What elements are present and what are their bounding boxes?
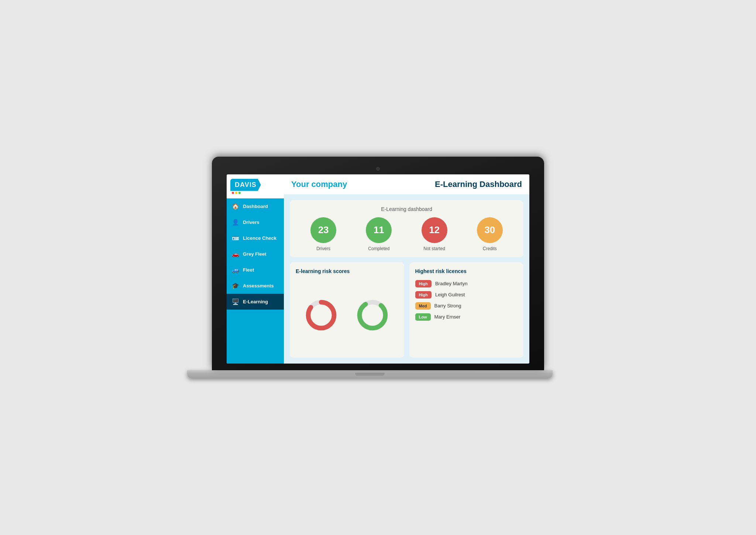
logo-badge: DAVIS <box>230 179 261 191</box>
risk-item-3: Med Barry Strong <box>415 302 518 310</box>
sidebar-label-fleet: Fleet <box>243 267 254 273</box>
sidebar-label-e-learning: E-Learning <box>243 299 268 304</box>
highest-risk-title: Highest risk licences <box>415 268 518 274</box>
logo-text: DAVIS <box>235 181 257 188</box>
donut-chart-2 <box>356 299 389 332</box>
logo-dot-1 <box>232 192 234 194</box>
licence-check-icon: 🪪 <box>232 235 239 242</box>
dashboard-icon: 🏠 <box>232 203 239 210</box>
top-header: Your company E-Learning Dashboard <box>284 174 529 194</box>
fleet-icon: 🚙 <box>232 266 239 273</box>
svg-point-1 <box>308 302 334 328</box>
risk-item-2: High Leigh Guilrest <box>415 291 518 299</box>
risk-name-3: Barry Strong <box>434 303 461 309</box>
logo-area: DAVIS <box>227 174 284 198</box>
stat-item-not-started: 12 Not started <box>422 217 447 251</box>
nav-items: 🏠 Dashboard 👤 Drivers 🪪 Licence Check 🚗 … <box>227 198 284 364</box>
sidebar-label-licence-check: Licence Check <box>243 235 276 241</box>
stat-circle-credits: 30 <box>477 217 503 243</box>
sidebar-label-grey-fleet: Grey Fleet <box>243 251 267 257</box>
stat-label-completed: Completed <box>368 246 389 251</box>
content-area: E-Learning dashboard 23 Drivers 11 Compl… <box>284 194 529 364</box>
stat-item-credits: 30 Credits <box>477 217 503 251</box>
stat-item-drivers: 23 Drivers <box>310 217 336 251</box>
sidebar-item-grey-fleet[interactable]: 🚗 Grey Fleet <box>227 246 284 262</box>
assessments-icon: 🎓 <box>232 282 239 289</box>
sidebar-item-fleet[interactable]: 🚙 Fleet <box>227 262 284 278</box>
risk-scores-card: E-learning risk scores <box>290 262 404 358</box>
sidebar-item-dashboard[interactable]: 🏠 Dashboard <box>227 198 284 214</box>
donut-chart-1 <box>305 299 338 332</box>
risk-name-4: Mary Ernser <box>434 314 461 320</box>
svg-point-3 <box>360 302 385 328</box>
stat-item-completed: 11 Completed <box>366 217 392 251</box>
sidebar-label-assessments: Assessments <box>243 283 274 289</box>
dashboard-title: E-Learning Dashboard <box>435 180 522 189</box>
risk-item-4: Low Mary Ernser <box>415 313 518 321</box>
risk-item-1: High Bradley Martyn <box>415 280 518 287</box>
stats-section-title: E-Learning dashboard <box>296 206 518 212</box>
stat-circle-drivers: 23 <box>310 217 336 243</box>
risk-list: High Bradley Martyn High Leigh Guilrest … <box>415 280 518 321</box>
sidebar-label-dashboard: Dashboard <box>243 204 268 209</box>
laptop-camera <box>376 167 380 171</box>
stats-card: E-Learning dashboard 23 Drivers 11 Compl… <box>290 200 523 257</box>
logo-dot-3 <box>238 192 241 194</box>
risk-badge-4: Low <box>415 313 431 321</box>
risk-name-1: Bradley Martyn <box>435 281 467 286</box>
risk-scores-title: E-learning risk scores <box>296 268 398 274</box>
stat-label-drivers: Drivers <box>316 246 330 251</box>
main-content: Your company E-Learning Dashboard E-Lear… <box>284 174 529 364</box>
stat-label-credits: Credits <box>483 246 497 251</box>
risk-badge-2: High <box>415 291 432 299</box>
laptop-wrapper: DAVIS 🏠 Dashboard 👤 Drivers 🪪 Lice <box>212 157 544 379</box>
highest-risk-card: Highest risk licences High Bradley Marty… <box>409 262 524 358</box>
company-name: Your company <box>291 180 347 189</box>
drivers-icon: 👤 <box>232 219 239 226</box>
sidebar-item-e-learning[interactable]: 🖥️ E-Learning <box>227 294 284 310</box>
stat-label-not-started: Not started <box>423 246 445 251</box>
sidebar-item-licence-check[interactable]: 🪪 Licence Check <box>227 230 284 246</box>
sidebar: DAVIS 🏠 Dashboard 👤 Drivers 🪪 Lice <box>227 174 284 364</box>
stat-circle-not-started: 12 <box>422 217 447 243</box>
risk-name-2: Leigh Guilrest <box>435 292 465 297</box>
sidebar-item-assessments[interactable]: 🎓 Assessments <box>227 278 284 294</box>
logo-dots <box>230 192 241 194</box>
sidebar-label-drivers: Drivers <box>243 219 260 225</box>
risk-badge-3: Med <box>415 302 431 310</box>
laptop-screen-outer: DAVIS 🏠 Dashboard 👤 Drivers 🪪 Lice <box>212 157 544 371</box>
laptop-notch <box>355 373 385 376</box>
laptop-base <box>187 370 553 378</box>
e-learning-icon: 🖥️ <box>232 298 239 305</box>
laptop-screen: DAVIS 🏠 Dashboard 👤 Drivers 🪪 Lice <box>227 174 529 364</box>
sidebar-item-drivers[interactable]: 👤 Drivers <box>227 214 284 230</box>
stat-circle-completed: 11 <box>366 217 392 243</box>
stats-row: 23 Drivers 11 Completed 12 Not started 3… <box>296 217 518 251</box>
risk-badge-1: High <box>415 280 432 287</box>
logo-dot-2 <box>235 192 237 194</box>
grey-fleet-icon: 🚗 <box>232 251 239 258</box>
bottom-row: E-learning risk scores <box>290 262 523 358</box>
donut-row <box>296 279 398 352</box>
